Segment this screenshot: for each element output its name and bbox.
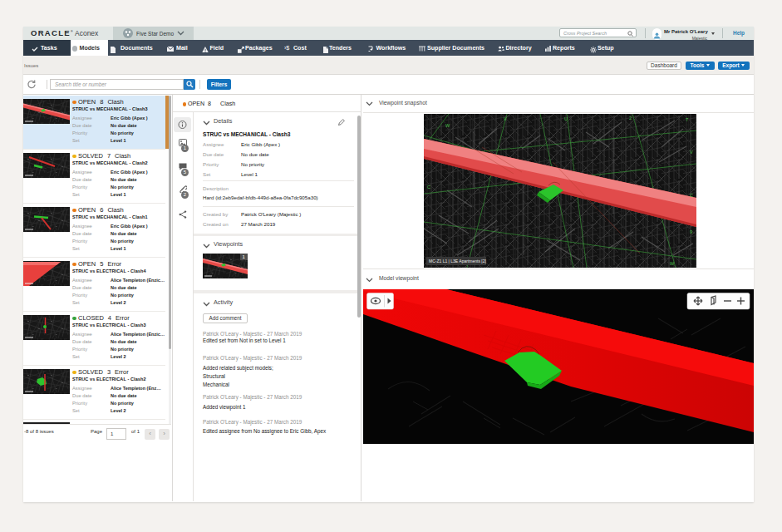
- svg-text:MC-Z1 L1 | L3E Apartments [2]: MC-Z1 L1 | L3E Apartments [2]: [429, 259, 486, 264]
- svg-text:W: W: [445, 123, 450, 128]
- svg-text:C: C: [690, 193, 693, 198]
- svg-text:V: V: [690, 150, 693, 155]
- svg-text:U: U: [564, 116, 568, 121]
- svg-text:V: V: [504, 116, 507, 121]
- svg-text:W: W: [670, 261, 675, 266]
- svg-text:9: 9: [690, 229, 692, 234]
- svg-text:2: 2: [629, 116, 632, 121]
- svg-text:C: C: [427, 185, 430, 190]
